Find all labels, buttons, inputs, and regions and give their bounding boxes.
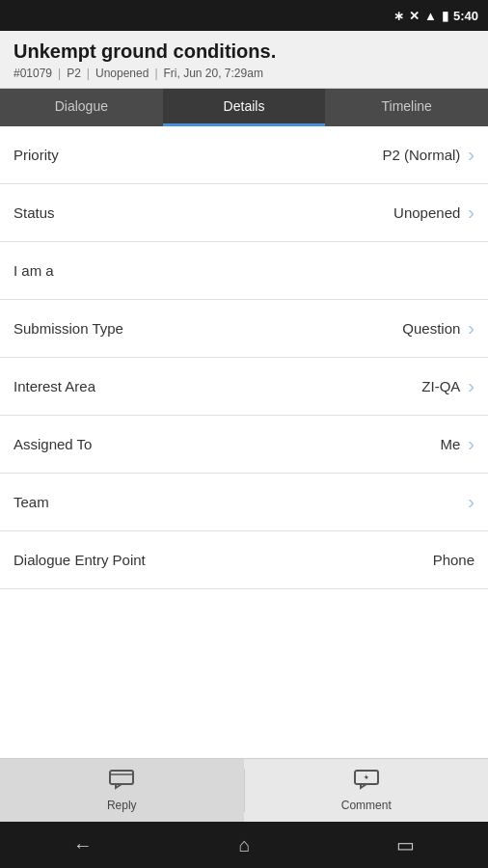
detail-value: P2 (Normal) bbox=[382, 147, 460, 163]
header: Unkempt ground conditions. #01079 | P2 |… bbox=[0, 31, 488, 89]
detail-value-area: ZI-QA› bbox=[421, 375, 474, 397]
detail-label: Team bbox=[14, 494, 49, 510]
time: 5:40 bbox=[453, 9, 478, 23]
priority-badge: P2 bbox=[67, 67, 81, 80]
status-bar-icons: ∗ ✕ ▲ ▮ 5:40 bbox=[393, 9, 478, 23]
detail-row[interactable]: Team› bbox=[0, 474, 488, 531]
detail-row: I am a bbox=[0, 242, 488, 300]
detail-label: Interest Area bbox=[14, 378, 95, 394]
bottom-bar: Reply + Comment bbox=[0, 758, 488, 822]
detail-value: Phone bbox=[433, 552, 474, 568]
tab-details[interactable]: Details bbox=[163, 89, 326, 126]
detail-label: Priority bbox=[14, 147, 59, 163]
mute-icon: ✕ bbox=[409, 9, 420, 23]
comment-button[interactable]: + Comment bbox=[245, 759, 489, 822]
detail-row[interactable]: PriorityP2 (Normal)› bbox=[0, 126, 488, 184]
comment-label: Comment bbox=[341, 799, 392, 812]
ticket-number: #01079 bbox=[14, 67, 52, 80]
tabs: Dialogue Details Timeline bbox=[0, 89, 488, 126]
detail-label: Assigned To bbox=[14, 436, 92, 452]
detail-value-area: Question› bbox=[402, 317, 474, 339]
chevron-right-icon: › bbox=[468, 144, 474, 166]
comment-icon: + bbox=[353, 769, 380, 796]
status-badge: Unopened bbox=[95, 67, 149, 80]
battery-icon: ▮ bbox=[442, 9, 448, 23]
detail-value-area: › bbox=[468, 491, 474, 513]
detail-row[interactable]: Assigned ToMe› bbox=[0, 416, 488, 474]
detail-row[interactable]: StatusUnopened› bbox=[0, 184, 488, 242]
back-button[interactable]: ← bbox=[73, 834, 93, 856]
detail-value: Me bbox=[440, 436, 460, 452]
chevron-right-icon: › bbox=[468, 433, 474, 455]
detail-value-area: Me› bbox=[440, 433, 474, 455]
svg-text:+: + bbox=[364, 773, 368, 781]
tab-dialogue[interactable]: Dialogue bbox=[0, 89, 163, 126]
detail-row[interactable]: Interest AreaZI-QA› bbox=[0, 358, 488, 416]
detail-value-area: Unopened› bbox=[393, 202, 474, 224]
header-meta: #01079 | P2 | Unopened | Fri, Jun 20, 7:… bbox=[14, 67, 474, 80]
detail-value: Unopened bbox=[393, 204, 460, 221]
detail-label: Submission Type bbox=[14, 320, 123, 337]
detail-label: Dialogue Entry Point bbox=[14, 552, 146, 568]
datetime: Fri, Jun 20, 7:29am bbox=[164, 67, 263, 80]
reply-button[interactable]: Reply bbox=[0, 759, 244, 822]
detail-label: I am a bbox=[14, 262, 54, 279]
recent-apps-button[interactable]: ▭ bbox=[396, 833, 415, 856]
details-content: PriorityP2 (Normal)›StatusUnopened›I am … bbox=[0, 126, 488, 758]
tab-timeline[interactable]: Timeline bbox=[325, 89, 488, 126]
reply-label: Reply bbox=[107, 799, 137, 812]
detail-value-area: Phone bbox=[433, 552, 474, 568]
nav-bar: ← ⌂ ▭ bbox=[0, 822, 488, 868]
chevron-right-icon: › bbox=[468, 375, 474, 397]
chevron-right-icon: › bbox=[468, 317, 474, 339]
page-title: Unkempt ground conditions. bbox=[14, 41, 474, 63]
reply-icon bbox=[108, 769, 135, 796]
detail-value: Question bbox=[402, 320, 460, 337]
chevron-right-icon: › bbox=[468, 491, 474, 513]
bluetooth-icon: ∗ bbox=[393, 9, 404, 23]
home-button[interactable]: ⌂ bbox=[238, 834, 250, 856]
detail-label: Status bbox=[14, 204, 55, 221]
detail-row: Dialogue Entry PointPhone bbox=[0, 531, 488, 589]
detail-value: ZI-QA bbox=[421, 378, 460, 394]
chevron-right-icon: › bbox=[468, 202, 474, 224]
status-bar: ∗ ✕ ▲ ▮ 5:40 bbox=[0, 0, 488, 31]
signal-icon: ▲ bbox=[424, 9, 437, 23]
detail-row[interactable]: Submission TypeQuestion› bbox=[0, 300, 488, 358]
detail-value-area: P2 (Normal)› bbox=[382, 144, 474, 166]
svg-rect-0 bbox=[110, 771, 133, 784]
